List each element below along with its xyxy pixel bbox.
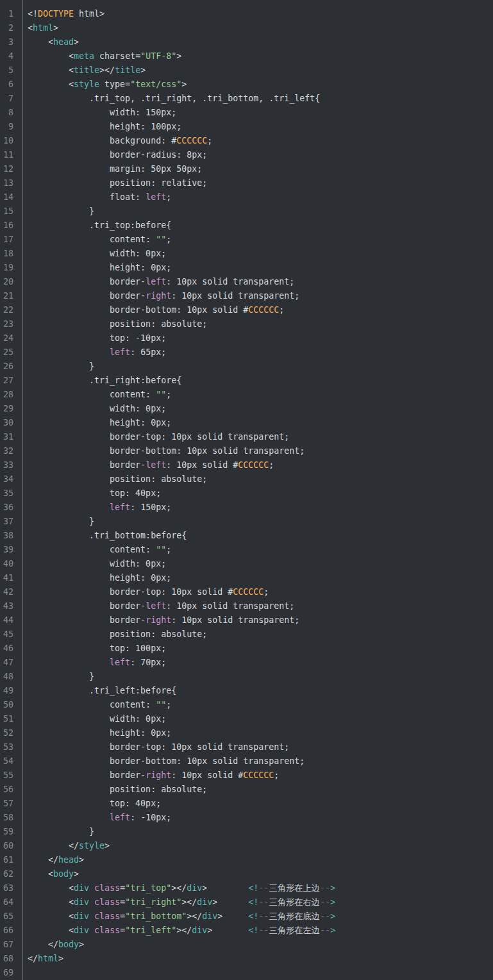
code-line[interactable]: 67 </body> bbox=[0, 938, 493, 952]
code-line[interactable]: 66 <div class="tri_left"></div> <!--三角形在… bbox=[0, 924, 493, 938]
line-number[interactable]: 43 bbox=[0, 599, 22, 613]
code-line[interactable]: 57 top: 40px; bbox=[0, 797, 493, 811]
code-line[interactable]: 51 width: 0px; bbox=[0, 712, 493, 726]
line-number[interactable]: 51 bbox=[0, 712, 22, 726]
line-number[interactable]: 20 bbox=[0, 275, 22, 289]
code-line[interactable]: 9 height: 100px; bbox=[0, 120, 493, 134]
line-number[interactable]: 14 bbox=[0, 190, 22, 204]
line-number[interactable]: 37 bbox=[0, 515, 22, 529]
code-line[interactable]: 25 left: 65px; bbox=[0, 345, 493, 360]
line-number[interactable]: 8 bbox=[0, 106, 22, 120]
code-line[interactable]: 56 position: absolute; bbox=[0, 783, 493, 797]
code-line[interactable]: 17 content: ""; bbox=[0, 233, 493, 247]
line-number[interactable]: 6 bbox=[0, 78, 22, 92]
line-number[interactable]: 28 bbox=[0, 388, 22, 402]
code-line[interactable]: 12 margin: 50px 50px; bbox=[0, 162, 493, 176]
code-line[interactable]: 55 border-right: 10px solid #CCCCCC; bbox=[0, 768, 493, 783]
code-line[interactable]: 50 content: ""; bbox=[0, 698, 493, 712]
code-line[interactable]: 32 border-bottom: 10px solid transparent… bbox=[0, 444, 493, 458]
code-line[interactable]: 61 </head> bbox=[0, 853, 493, 867]
line-number[interactable]: 12 bbox=[0, 162, 22, 176]
line-number[interactable]: 63 bbox=[0, 881, 22, 895]
line-number[interactable]: 60 bbox=[0, 839, 22, 853]
code-line[interactable]: 47 left: 70px; bbox=[0, 656, 493, 670]
code-line[interactable]: 19 height: 0px; bbox=[0, 261, 493, 275]
line-number[interactable]: 42 bbox=[0, 585, 22, 599]
code-line[interactable]: 20 border-left: 10px solid transparent; bbox=[0, 275, 493, 289]
code-line[interactable]: 33 border-left: 10px solid #CCCCCC; bbox=[0, 458, 493, 472]
code-line[interactable]: 3 <head> bbox=[0, 35, 493, 49]
code-line[interactable]: 13 position: relative; bbox=[0, 176, 493, 190]
code-line[interactable]: 6 <style type="text/css"> bbox=[0, 78, 493, 92]
line-number[interactable]: 49 bbox=[0, 684, 22, 698]
line-number[interactable]: 69 bbox=[0, 966, 22, 980]
code-line[interactable]: 21 border-right: 10px solid transparent; bbox=[0, 289, 493, 303]
code-line[interactable]: 49 .tri_left:before{ bbox=[0, 684, 493, 698]
line-number[interactable]: 44 bbox=[0, 613, 22, 627]
code-line[interactable]: 36 left: 150px; bbox=[0, 501, 493, 515]
line-number[interactable]: 11 bbox=[0, 148, 22, 162]
line-number[interactable]: 50 bbox=[0, 698, 22, 712]
line-number[interactable]: 45 bbox=[0, 627, 22, 642]
code-line[interactable]: 62 <body> bbox=[0, 867, 493, 881]
line-number[interactable]: 52 bbox=[0, 726, 22, 740]
code-line[interactable]: 35 top: 40px; bbox=[0, 486, 493, 501]
line-number[interactable]: 17 bbox=[0, 233, 22, 247]
line-number[interactable]: 40 bbox=[0, 557, 22, 571]
code-line[interactable]: 14 float: left; bbox=[0, 190, 493, 204]
code-line[interactable]: 26 } bbox=[0, 360, 493, 374]
line-number[interactable]: 23 bbox=[0, 317, 22, 331]
line-number[interactable]: 58 bbox=[0, 811, 22, 825]
line-number[interactable]: 41 bbox=[0, 571, 22, 585]
code-line[interactable]: 64 <div class="tri_right"></div> <!--三角形… bbox=[0, 895, 493, 909]
code-line[interactable]: 11 border-radius: 8px; bbox=[0, 148, 493, 162]
line-number[interactable]: 16 bbox=[0, 219, 22, 233]
code-line[interactable]: 69 bbox=[0, 966, 493, 980]
code-line[interactable]: 58 left: -10px; bbox=[0, 811, 493, 825]
code-line[interactable]: 30 height: 0px; bbox=[0, 416, 493, 430]
line-number[interactable]: 46 bbox=[0, 642, 22, 656]
code-line[interactable]: 18 width: 0px; bbox=[0, 247, 493, 261]
line-number[interactable]: 38 bbox=[0, 529, 22, 543]
line-number[interactable]: 9 bbox=[0, 120, 22, 134]
code-line[interactable]: 22 border-bottom: 10px solid #CCCCCC; bbox=[0, 303, 493, 317]
line-number[interactable]: 18 bbox=[0, 247, 22, 261]
line-number[interactable]: 57 bbox=[0, 797, 22, 811]
code-line[interactable]: 37 } bbox=[0, 515, 493, 529]
code-line[interactable]: 16 .tri_top:before{ bbox=[0, 219, 493, 233]
code-line[interactable]: 15 } bbox=[0, 204, 493, 219]
line-number[interactable]: 34 bbox=[0, 472, 22, 486]
line-number[interactable]: 4 bbox=[0, 49, 22, 63]
code-line[interactable]: 44 border-right: 10px solid transparent; bbox=[0, 613, 493, 627]
code-line[interactable]: 42 border-top: 10px solid #CCCCCC; bbox=[0, 585, 493, 599]
code-line[interactable]: 1<!DOCTYPE html> bbox=[0, 7, 493, 21]
line-number[interactable]: 30 bbox=[0, 416, 22, 430]
line-number[interactable]: 22 bbox=[0, 303, 22, 317]
code-line[interactable]: 31 border-top: 10px solid transparent; bbox=[0, 430, 493, 444]
line-number[interactable]: 68 bbox=[0, 952, 22, 966]
line-number[interactable]: 10 bbox=[0, 134, 22, 148]
line-number[interactable]: 29 bbox=[0, 402, 22, 416]
line-number[interactable]: 2 bbox=[0, 21, 22, 35]
code-line[interactable]: 59 } bbox=[0, 825, 493, 839]
line-number[interactable]: 32 bbox=[0, 444, 22, 458]
line-number[interactable]: 61 bbox=[0, 853, 22, 867]
code-line[interactable]: 23 position: absolute; bbox=[0, 317, 493, 331]
line-number[interactable]: 19 bbox=[0, 261, 22, 275]
code-line[interactable]: 34 position: absolute; bbox=[0, 472, 493, 486]
code-line[interactable]: 45 position: absolute; bbox=[0, 627, 493, 642]
line-number[interactable]: 7 bbox=[0, 92, 22, 106]
line-number[interactable]: 67 bbox=[0, 938, 22, 952]
line-number[interactable]: 65 bbox=[0, 909, 22, 924]
line-number[interactable]: 1 bbox=[0, 7, 22, 21]
code-line[interactable]: 29 width: 0px; bbox=[0, 402, 493, 416]
line-number[interactable]: 3 bbox=[0, 35, 22, 49]
code-line[interactable]: 40 width: 0px; bbox=[0, 557, 493, 571]
code-line[interactable]: 10 background: #CCCCCC; bbox=[0, 134, 493, 148]
code-line[interactable]: 5 <title></title> bbox=[0, 63, 493, 78]
code-line[interactable]: 52 height: 0px; bbox=[0, 726, 493, 740]
code-line[interactable]: 43 border-left: 10px solid transparent; bbox=[0, 599, 493, 613]
code-line[interactable]: 53 border-top: 10px solid transparent; bbox=[0, 740, 493, 754]
line-number[interactable]: 5 bbox=[0, 63, 22, 78]
line-number[interactable]: 66 bbox=[0, 924, 22, 938]
